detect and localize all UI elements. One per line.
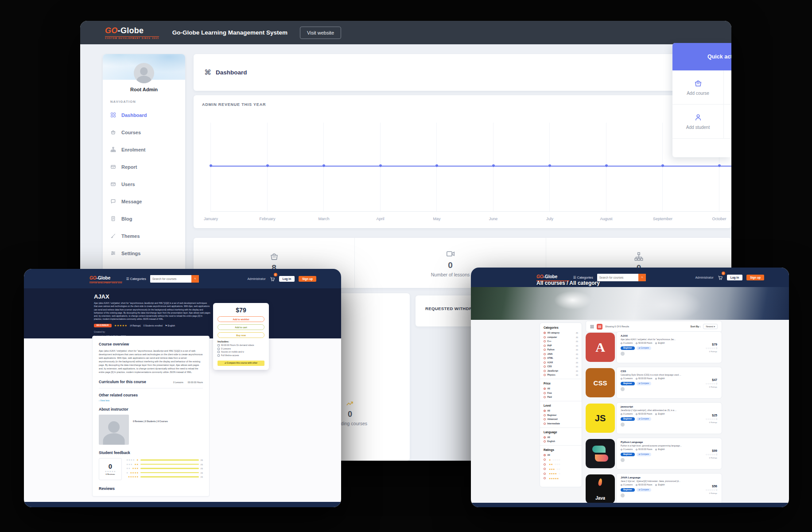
category-filter-label: Physics — [548, 374, 556, 376]
view-less-link[interactable]: › View less — [99, 399, 203, 402]
course-thumbnail[interactable] — [586, 439, 615, 468]
cart-icon — [718, 275, 723, 280]
visit-website-button[interactable]: Visit website — [300, 27, 341, 39]
search-input[interactable] — [597, 274, 638, 281]
course-card[interactable]: Python Language Python is a high-level, … — [616, 438, 722, 470]
course-thumbnail[interactable]: CSS — [586, 368, 615, 397]
ratings-filter-option[interactable]: ★☆☆☆☆ — [544, 458, 578, 461]
login-button[interactable]: Log in — [279, 276, 295, 282]
search-button[interactable] — [191, 275, 199, 283]
sidebar-item[interactable]: Enrolment › — [103, 141, 185, 158]
list-view-icon[interactable] — [597, 324, 602, 330]
price-filter-option[interactable]: Free — [544, 392, 578, 394]
language-filter-option[interactable]: English — [544, 440, 578, 443]
radio-icon — [544, 361, 546, 364]
course-card[interactable]: JAVA Language Java (/ˈdʒɑːvə/, ˈdʒævə/)[… — [616, 473, 722, 505]
grid-view-icon[interactable] — [590, 325, 594, 329]
administrator-label: Administrator — [247, 277, 265, 280]
quick-action[interactable]: Add course — [672, 70, 724, 104]
curriculum-hours: 00:00:00 Hours — [188, 381, 203, 384]
go-globe-logo[interactable]: GO-Globe CUSTOM DEVELOPMENT SINCE 2005 — [89, 273, 122, 284]
category-filter-option[interactable]: computer (8) — [544, 336, 578, 338]
compare-badge[interactable]: ⇄ Compare — [637, 453, 652, 456]
category-filter-option[interactable]: C++ (0) — [544, 340, 578, 342]
sidebar-item[interactable]: Dashboard › — [103, 106, 185, 124]
category-filter-option[interactable]: CSS (0) — [544, 365, 578, 368]
compare-badge[interactable]: ⇄ Compare — [637, 488, 652, 492]
category-filter-option[interactable]: JavaScript (0) — [544, 370, 578, 372]
ratings-filter-option[interactable]: ★★★★☆ — [544, 472, 578, 475]
signup-button[interactable]: Sign up — [746, 275, 764, 280]
chart-month-label: April — [376, 217, 384, 221]
cart-badge: 0 — [274, 273, 277, 276]
feedback-row-count: (0) — [201, 476, 203, 478]
course-thumbnail[interactable]: JS — [586, 404, 615, 433]
level-filter-option[interactable]: All — [544, 410, 578, 412]
category-filter-option[interactable]: PHP (0) — [544, 345, 578, 347]
course-language: English — [655, 484, 664, 486]
category-filter-option[interactable]: AJAX (0) — [544, 361, 578, 364]
sidebar-item[interactable]: Message › — [103, 193, 185, 210]
category-filter-option[interactable]: JAVA (0) — [544, 353, 578, 355]
compare-course-button[interactable]: ⇄ Compare this course with other — [218, 361, 264, 366]
chart-month-column: June — [493, 123, 550, 211]
ratings-filter-option[interactable]: All — [544, 454, 578, 456]
sidebar-item[interactable]: Report › — [103, 158, 185, 175]
course-lessons: 0 Lessons — [621, 448, 633, 450]
compare-badge[interactable]: ⇄ Compare — [637, 417, 652, 421]
ratings-filter-title: Ratings — [544, 448, 578, 451]
categories-menu[interactable]: ☰ Categories — [573, 276, 593, 280]
cart-button[interactable]: 0 — [270, 275, 275, 283]
level-filter-option[interactable]: Advanced — [544, 418, 578, 420]
compare-badge[interactable]: ⇄ Compare — [637, 382, 652, 385]
compare-badge[interactable]: ⇄ Compare — [637, 346, 652, 350]
sidebar-item[interactable]: Settings › — [103, 245, 185, 262]
level-badge: Beginner — [621, 382, 635, 385]
cart-button[interactable]: 0 — [718, 273, 723, 281]
course-lessons-value: 0 Lessons — [623, 484, 633, 486]
course-price-block: $56 ☆☆☆☆☆ 0 0 Ratings — [705, 485, 717, 494]
login-button[interactable]: Log in — [727, 275, 743, 280]
level-filter-option[interactable]: Beginner — [544, 414, 578, 416]
category-filter-option[interactable]: Python (0) — [544, 349, 578, 351]
categories-menu[interactable]: ☰ Categories — [126, 277, 146, 281]
price-filter-option[interactable]: Paid — [544, 396, 578, 398]
sidebar-item[interactable]: Users › — [103, 175, 185, 193]
course-card[interactable]: AJAX Ajax (also AJAX /ˈeɪdʒæks/; short f… — [616, 331, 722, 363]
category-filter-option[interactable]: Physics (0) — [544, 374, 578, 376]
price-filter-option[interactable]: All — [544, 388, 578, 390]
radio-icon — [544, 468, 546, 470]
course-lessons-value: 0 Lessons — [623, 377, 633, 380]
course-row: A AJAX Ajax (also AJAX /ˈeɪdʒæks/; short… — [586, 331, 722, 363]
signup-button[interactable]: Sign up — [299, 276, 316, 282]
java-flame-shape — [598, 478, 603, 486]
ratings-filter-option[interactable]: ★★★☆☆ — [544, 468, 578, 470]
sort-select[interactable]: Newest ▾ — [703, 324, 718, 329]
course-card[interactable]: CSS Cascading Style Sheets (CSS) is a st… — [616, 367, 722, 399]
radio-icon — [544, 458, 546, 461]
level-filter-option[interactable]: Intermediate — [544, 423, 578, 425]
search-input[interactable] — [150, 275, 191, 283]
add-to-wishlist-button[interactable]: Add to wishlist — [218, 316, 264, 322]
price-filter-title: Price — [544, 382, 578, 385]
category-filter-option[interactable]: HTML (0) — [544, 357, 578, 359]
add-to-cart-button[interactable]: Add to cart — [218, 324, 264, 330]
course-thumbnail[interactable]: A — [586, 333, 615, 362]
course-card[interactable]: javascript JavaScript (/ˈdʒɑːvəskrɪpt/),… — [616, 402, 722, 434]
quick-action[interactable]: Add student — [672, 105, 724, 138]
course-thumbnail[interactable]: Java — [586, 474, 615, 504]
sidebar-item[interactable]: Themes › — [103, 227, 185, 245]
ratings-gold-stars: ★★★ — [549, 468, 555, 470]
category-filter-option[interactable]: All category (8) — [544, 332, 578, 334]
language-filter-option[interactable]: All — [544, 436, 578, 439]
chart-month-column: February — [267, 123, 324, 211]
search-button[interactable] — [638, 274, 646, 281]
ratings-filter-option[interactable]: ★★☆☆☆ — [544, 463, 578, 466]
chart-month-column: April — [380, 123, 437, 211]
ratings-gold-stars: ★★★★ — [549, 472, 557, 475]
buy-now-button[interactable]: Buy now — [218, 332, 264, 338]
chart-month-label: July — [546, 217, 553, 221]
sidebar-item[interactable]: Courses › — [103, 124, 185, 141]
ratings-filter-option[interactable]: ★★★★★ — [544, 477, 578, 480]
sidebar-item[interactable]: Blog › — [103, 210, 185, 227]
